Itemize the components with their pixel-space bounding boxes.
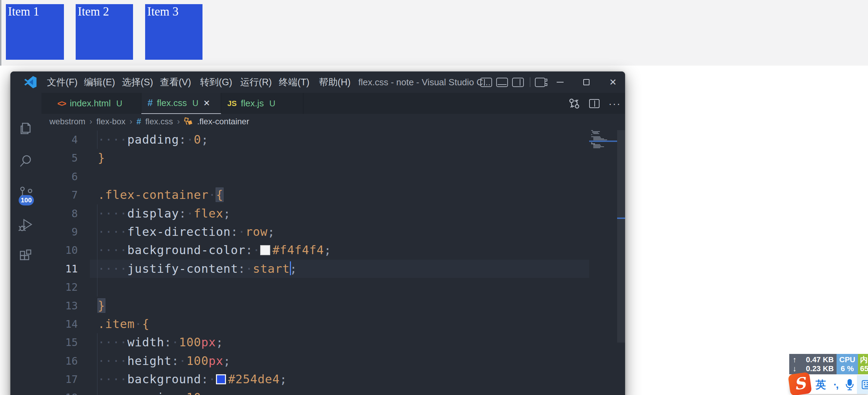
token-ws: ···· [98, 262, 127, 276]
extensions-icon[interactable] [18, 248, 34, 264]
ime-language-toggle[interactable]: 英 [815, 378, 826, 392]
sogou-logo-icon[interactable]: S [788, 372, 812, 395]
breadcrumb-symbol[interactable]: .flex-container [197, 117, 249, 126]
token-punc: : [245, 243, 253, 257]
scrollbar-slider[interactable] [617, 130, 625, 343]
keyboard-icon[interactable] [862, 380, 868, 389]
indent-guide [97, 388, 97, 395]
token-brhl: } [98, 299, 105, 312]
menu-edit[interactable]: 编辑(E) [82, 71, 117, 93]
token-val: #254de4 [228, 372, 280, 386]
vertical-scrollbar[interactable] [617, 129, 625, 395]
more-actions-icon[interactable]: ··· [608, 98, 621, 109]
menu-view[interactable]: 查看(V) [158, 71, 193, 93]
upload-speed: 0.47 KB [806, 355, 834, 364]
menu-goto[interactable]: 转到(G) [198, 71, 234, 93]
menu-help[interactable]: 帮助(H) [317, 71, 352, 93]
color-swatch-white [260, 245, 270, 255]
tab-close-icon[interactable]: ✕ [203, 98, 210, 108]
editor-actions: ··· [568, 93, 621, 114]
token-ws: ···· [98, 391, 127, 395]
menu-select[interactable]: 选择(S) [120, 71, 155, 93]
code-line[interactable] [90, 278, 589, 296]
line-number: 18 [41, 388, 78, 395]
minimap-line [591, 134, 592, 135]
css-file-icon: # [136, 117, 141, 126]
code-line[interactable] [90, 167, 589, 186]
minimap[interactable] [589, 129, 617, 395]
code-line[interactable]: ····width:·100px; [90, 333, 589, 351]
code-line[interactable]: .flex-container·{ [90, 186, 589, 204]
titlebar[interactable]: 文件(F) 编辑(E) 选择(S) 查看(V) 转到(G) 运行(R) 终端(T… [10, 71, 625, 93]
code-line[interactable]: .item·{ [90, 315, 589, 333]
ime-punctuation-toggle[interactable]: ·, [833, 379, 838, 391]
code-editor[interactable]: 456789101112131415161718 ····padding:·0;… [41, 129, 625, 395]
indent-guide [97, 370, 97, 388]
breadcrumb-file[interactable]: flex.css [145, 117, 173, 126]
code-line[interactable]: } [90, 149, 589, 167]
tab-index-html[interactable]: <> index.html U [51, 93, 141, 114]
breadcrumb-folder[interactable]: webstrom [49, 117, 85, 126]
run-debug-icon[interactable] [18, 217, 34, 233]
token-ws: ···· [98, 335, 127, 349]
cpu-label: CPU [837, 355, 858, 364]
code-text: ····flex-direction:·row; [98, 223, 275, 241]
toggle-panel-icon[interactable] [496, 78, 508, 87]
download-speed: 0.23 KB [806, 364, 834, 373]
code-line[interactable]: ····background:·#254de4; [90, 370, 589, 388]
code-line[interactable]: ····flex-direction:·row; [90, 223, 589, 241]
maximize-button[interactable] [575, 71, 597, 93]
token-ws: · [179, 354, 186, 368]
system-monitor-widget: ↑0.47 KB ↓0.23 KB CPU 6 % 内 65 [789, 354, 868, 374]
code-line[interactable]: } [90, 297, 589, 315]
code-line[interactable]: ····background-color:·#f4f4f4; [90, 241, 589, 259]
close-button[interactable]: ✕ [602, 71, 624, 93]
menu-run[interactable]: 运行(R) [238, 71, 274, 93]
token-punc: ; [280, 372, 287, 386]
breadcrumb: webstrom › flex-box › # flex.css › .flex… [41, 114, 625, 129]
titlebar-separator [530, 77, 530, 87]
explorer-icon[interactable] [18, 120, 34, 136]
tab-flex-css[interactable]: # flex.css U ✕ [141, 93, 221, 114]
tab-flex-js[interactable]: JS flex.js U [221, 93, 303, 114]
microphone-icon[interactable] [845, 379, 854, 391]
breadcrumb-folder[interactable]: flex-box [96, 117, 125, 126]
token-unit: px [209, 354, 224, 368]
code-line[interactable]: ····margin:·10px; [90, 388, 589, 395]
indent-guide [97, 131, 97, 149]
customize-layout-icon[interactable] [535, 78, 545, 87]
menu-terminal[interactable]: 终端(T) [277, 71, 311, 93]
token-val: 0 [194, 133, 201, 146]
line-number: 5 [41, 149, 78, 167]
token-punc: : [201, 372, 208, 386]
token-ws: · [172, 335, 179, 349]
search-icon[interactable] [18, 153, 34, 169]
token-prop: height [127, 354, 171, 368]
token-prop: margin [127, 391, 171, 395]
minimize-button[interactable] [549, 71, 571, 93]
line-number: 7 [41, 186, 78, 204]
minimap-line [593, 133, 599, 134]
menu-file[interactable]: 文件(F) [45, 71, 79, 93]
token-ws: ···· [98, 225, 127, 239]
token-ws: · [253, 243, 260, 257]
code-line[interactable]: ····height:·100px; [90, 352, 589, 370]
code-text: ····width:·100px; [98, 333, 223, 351]
toggle-secondary-sidebar-icon[interactable] [512, 78, 524, 87]
code-line[interactable]: ····padding:·0; [90, 131, 589, 149]
minimap-line [593, 137, 601, 138]
code-lines[interactable]: ····padding:·0;}.flex-container·{····dis… [90, 131, 589, 395]
js-file-icon: JS [227, 99, 237, 108]
code-line[interactable]: ····display:·flex; [90, 204, 589, 223]
indent-guide [97, 260, 97, 278]
toggle-sidebar-icon[interactable] [480, 78, 492, 87]
code-text: .item·{ [98, 315, 150, 333]
code-line[interactable]: ····justify-content:·start; [90, 260, 589, 278]
line-number: 15 [41, 333, 78, 351]
minimap-line [591, 136, 600, 137]
open-changes-icon[interactable] [568, 98, 580, 109]
line-number: 9 [41, 223, 78, 241]
split-editor-icon[interactable] [589, 99, 600, 108]
token-punc: : [172, 354, 179, 368]
ime-toolbar: S 英 ·, [790, 375, 868, 394]
